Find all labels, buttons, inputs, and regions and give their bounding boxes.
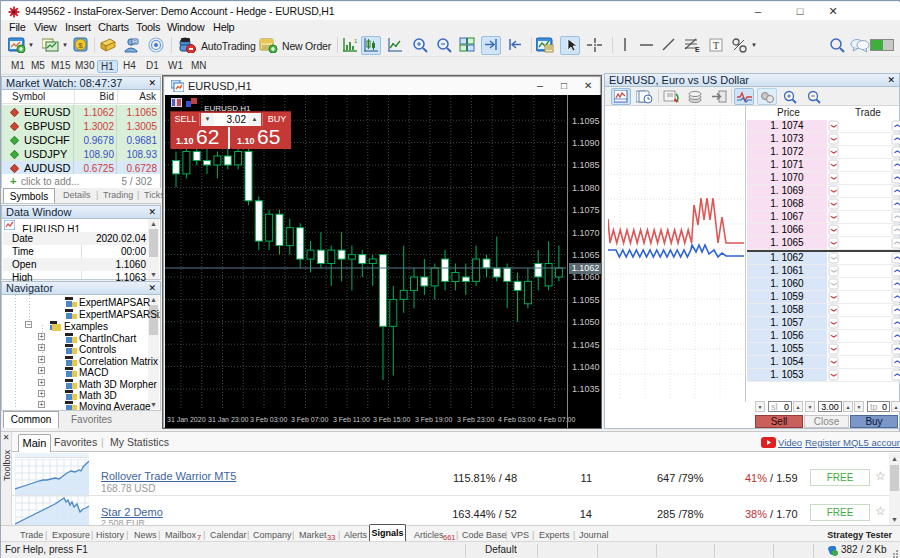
svg-text:R: R <box>133 39 137 45</box>
svg-text:T: T <box>713 40 719 51</box>
svg-text:$: $ <box>78 41 83 50</box>
svg-text:E: E <box>695 46 700 53</box>
svg-text:1: 1 <box>354 38 358 44</box>
